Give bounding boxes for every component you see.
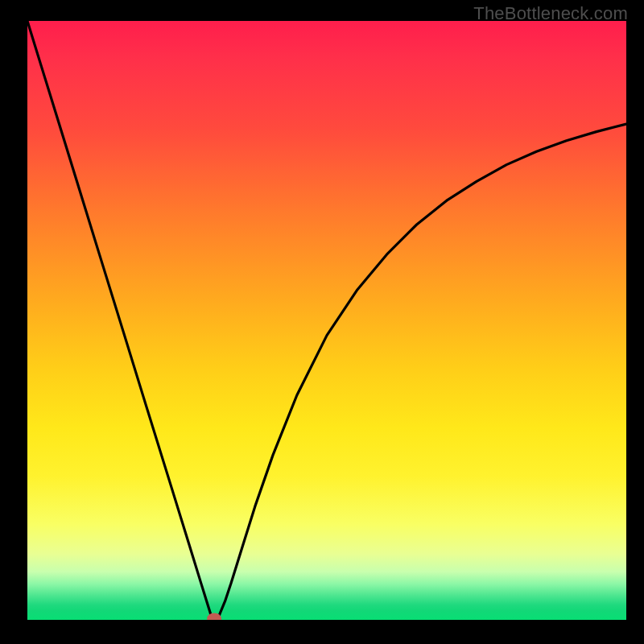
- curve-svg: [27, 21, 626, 620]
- bottleneck-curve: [27, 21, 626, 619]
- plot-area: [27, 21, 626, 620]
- chart-canvas: TheBottleneck.com: [0, 0, 644, 644]
